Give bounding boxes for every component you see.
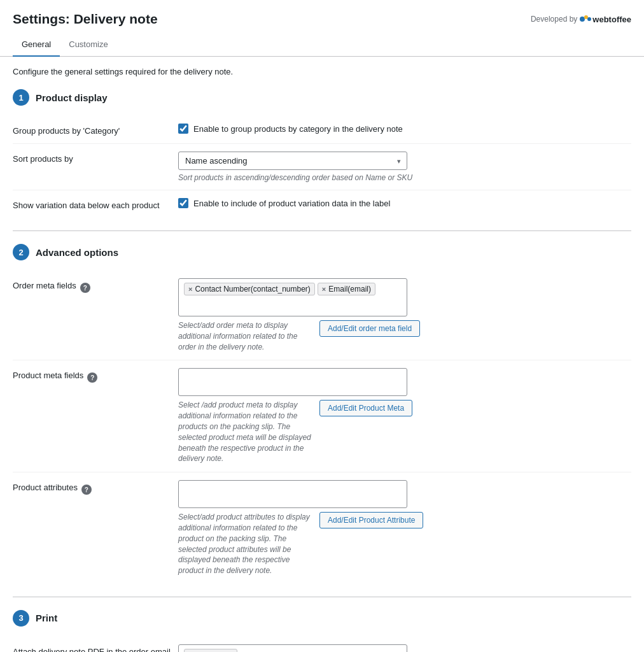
row-product-meta: Product meta fields ? Select /add produc… (13, 360, 631, 472)
row-sort-products: Sort products by Name ascending Name des… (13, 144, 631, 190)
add-edit-order-meta-button[interactable]: Add/Edit order meta field (319, 320, 420, 337)
product-meta-action-row: Select /add product meta to display addi… (178, 400, 631, 464)
developed-by-label: Developed by (531, 15, 577, 24)
tag-email-label: Email(email) (328, 285, 371, 294)
label-product-attributes: Product attributes ? (13, 480, 178, 495)
label-order-meta: Order meta fields ? (13, 278, 178, 293)
control-product-attributes: Select/add product attributes to display… (178, 480, 631, 576)
section-advanced: 2 Advanced options Order meta fields ? ×… (13, 244, 631, 584)
order-meta-tags-area[interactable]: × Contact Number(contact_number) × Email… (178, 278, 407, 316)
webtoffee-logo: webtoffee (580, 15, 631, 24)
control-group-products: Enable to group products by category in … (178, 124, 631, 134)
tag-contact-label: Contact Number(contact_number) (195, 285, 310, 294)
section-1-number: 1 (13, 89, 29, 106)
attach-pdf-tags-area[interactable]: × Processing (178, 644, 407, 652)
checkbox-row-variation: Enable to include of product variation d… (178, 198, 631, 208)
add-edit-product-attr-button[interactable]: Add/Edit Product Attribute (319, 512, 423, 528)
product-meta-desc: Select /add product meta to display addi… (178, 400, 312, 464)
section-3-header: 3 Print (13, 610, 631, 627)
sort-hint: Sort products in ascending/descending or… (178, 173, 631, 182)
section-1-title: Product display (36, 92, 108, 103)
checkbox-row-group: Enable to group products by category in … (178, 124, 631, 134)
add-edit-product-meta-button[interactable]: Add/Edit Product Meta (319, 400, 412, 416)
svg-point-0 (580, 17, 585, 22)
product-attr-desc: Select/add product attributes to display… (178, 512, 312, 576)
svg-point-2 (587, 17, 591, 21)
control-attach-pdf: × Processing Attaches delivery note for … (178, 644, 631, 652)
content: Configure the general settings required … (0, 57, 644, 652)
tag-email: × Email(email) (318, 283, 375, 295)
row-attach-pdf: Attach delivery note PDF in the order em… (13, 637, 631, 652)
logo-text: webtoffee (592, 15, 631, 24)
tabs-bar: General Customize (0, 27, 644, 57)
tag-email-remove-icon[interactable]: × (322, 285, 326, 293)
label-variation-data: Show variation data below each product (13, 198, 178, 210)
page-title: Settings: Delivery note (13, 11, 158, 27)
section-2-title: Advanced options (36, 247, 118, 258)
section-3-title: Print (36, 613, 57, 623)
row-variation-data: Show variation data below each product E… (13, 190, 631, 218)
label-product-meta: Product meta fields ? (13, 368, 178, 383)
page-wrapper: Settings: Delivery note Developed by web… (0, 0, 644, 652)
developed-by: Developed by webtoffee (531, 15, 631, 24)
section-2-body: Order meta fields ? × Contact Number(con… (13, 271, 631, 584)
product-attr-tags-area[interactable] (178, 480, 407, 508)
control-order-meta: × Contact Number(contact_number) × Email… (178, 278, 631, 352)
control-product-meta: Select /add product meta to display addi… (178, 368, 631, 464)
tab-general[interactable]: General (13, 34, 60, 57)
checkbox-group-products[interactable] (178, 124, 188, 134)
label-group-products: Group products by 'Category' (13, 124, 178, 136)
section-1-body: Group products by 'Category' Enable to g… (13, 116, 631, 218)
section-2-header: 2 Advanced options (13, 244, 631, 260)
tab-customize[interactable]: Customize (60, 34, 116, 57)
row-product-attributes: Product attributes ? Select/add product … (13, 472, 631, 584)
section-1-header: 1 Product display (13, 89, 631, 106)
order-meta-desc: Select/add order meta to display additio… (178, 320, 312, 352)
row-order-meta: Order meta fields ? × Contact Number(con… (13, 271, 631, 360)
section-2-number: 2 (13, 244, 29, 260)
checkbox-label-variation: Enable to include of product variation d… (193, 199, 390, 208)
checkbox-variation-data[interactable] (178, 198, 188, 208)
section-print: 3 Print Attach delivery note PDF in the … (13, 610, 631, 652)
section-product-display: 1 Product display Group products by 'Cat… (13, 89, 631, 218)
control-sort-products: Name ascending Name descending SKU ascen… (178, 152, 631, 182)
svg-point-1 (584, 15, 588, 19)
tag-contact-number: × Contact Number(contact_number) (184, 283, 315, 295)
product-attributes-help-icon[interactable]: ? (81, 485, 92, 495)
control-variation-data: Enable to include of product variation d… (178, 198, 631, 208)
sort-select[interactable]: Name ascending Name descending SKU ascen… (178, 152, 407, 170)
divider-2 (13, 597, 631, 597)
label-sort-products: Sort products by (13, 152, 178, 164)
section-3-body: Attach delivery note PDF in the order em… (13, 637, 631, 652)
row-group-products: Group products by 'Category' Enable to g… (13, 116, 631, 144)
sort-select-wrapper: Name ascending Name descending SKU ascen… (178, 152, 407, 170)
section-3-number: 3 (13, 610, 29, 627)
logo-icon (580, 15, 591, 24)
order-meta-help-icon[interactable]: ? (80, 283, 90, 293)
order-meta-action-row: Select/add order meta to display additio… (178, 320, 631, 352)
tag-contact-remove-icon[interactable]: × (188, 285, 192, 293)
checkbox-label-group: Enable to group products by category in … (193, 124, 403, 134)
product-meta-help-icon[interactable]: ? (87, 372, 97, 383)
header: Settings: Delivery note Developed by web… (0, 0, 644, 27)
divider-1 (13, 230, 631, 231)
tag-processing: × Processing (184, 649, 237, 652)
product-attr-action-row: Select/add product attributes to display… (178, 512, 631, 576)
product-meta-tags-area[interactable] (178, 368, 407, 396)
label-attach-pdf: Attach delivery note PDF in the order em… (13, 644, 178, 652)
intro-text: Configure the general settings required … (13, 67, 631, 76)
